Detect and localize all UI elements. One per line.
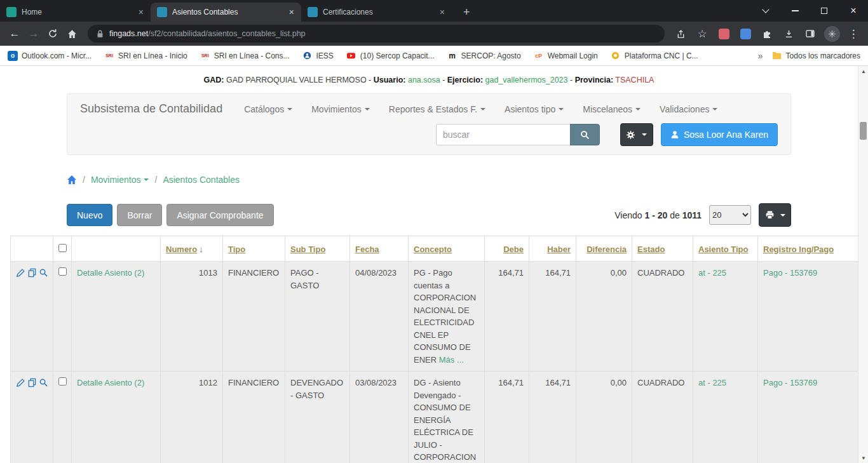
cell-diferencia: 0,00 [576, 372, 632, 463]
menu-catalogos[interactable]: Catálogos [244, 104, 292, 114]
home-icon[interactable] [67, 175, 77, 185]
minimize-button[interactable] [780, 0, 810, 22]
search-button[interactable] [570, 124, 600, 145]
share-icon[interactable] [671, 24, 690, 43]
new-tab-button[interactable]: + [458, 6, 475, 19]
header-numero[interactable]: Numero↓ [161, 236, 223, 262]
home-icon[interactable] [62, 24, 81, 43]
detalle-asiento-link[interactable]: Detalle Asiento (2) [77, 378, 144, 387]
tab-close-icon[interactable]: × [137, 7, 146, 17]
reload-icon[interactable] [43, 24, 62, 43]
lock-icon [97, 29, 104, 38]
chevron-down-icon [635, 108, 641, 111]
downloads-icon[interactable] [779, 24, 798, 43]
tab-search-chevron-icon[interactable] [751, 0, 780, 22]
extension-icon[interactable] [736, 24, 755, 43]
app-title: Subsistema de Contabilidad [80, 102, 222, 116]
tab-title: Home [22, 8, 133, 17]
registro-link[interactable]: Pago - 153769 [763, 378, 817, 387]
menu-movimientos[interactable]: Movimientos [311, 104, 370, 114]
maximize-button[interactable] [810, 0, 839, 22]
back-icon[interactable]: ← [5, 24, 24, 43]
sercop-favicon-icon: m [447, 51, 458, 61]
row-checkbox[interactable] [58, 267, 67, 276]
header-concepto[interactable]: Concepto [409, 236, 485, 262]
scroll-up-icon[interactable]: ▲ [858, 66, 868, 76]
copy-icon[interactable] [27, 268, 37, 278]
select-all-checkbox[interactable] [58, 244, 67, 252]
view-magnifier-icon[interactable] [39, 378, 48, 387]
menu-asientos-tipo[interactable]: Asientos tipo [505, 104, 564, 114]
header-registro[interactable]: Registro Ing/Pago [758, 236, 858, 262]
header-tipo[interactable]: Tipo [223, 236, 285, 262]
tab-home[interactable]: Home × [0, 3, 151, 22]
header-fecha[interactable]: Fecha [350, 236, 409, 262]
nuevo-button[interactable]: Nuevo [67, 204, 112, 226]
all-bookmarks-folder[interactable]: Todos los marcadores [772, 51, 860, 61]
menu-validaciones[interactable]: Validaciones [660, 104, 717, 114]
header-estado[interactable]: Estado [632, 236, 693, 262]
bookmark-sercop-youtube[interactable]: (10) Sercop Capacit... [346, 51, 435, 61]
close-window-button[interactable]: × [839, 0, 868, 22]
viewing-total: 1011 [682, 210, 702, 220]
table-row: Detalle Asiento (2) 1013 FINANCIERO PAGO… [11, 262, 858, 372]
header-debe[interactable]: Debe [485, 236, 529, 262]
extensions-puzzle-icon[interactable] [757, 24, 776, 43]
header-diferencia[interactable]: Diferencia [576, 236, 632, 262]
bookmark-outlook[interactable]: o Outlook.com - Micr... [8, 51, 92, 61]
menu-miscelaneos[interactable]: Miscelaneos [583, 104, 641, 114]
tab-close-icon[interactable]: × [438, 7, 447, 17]
asignar-comprobante-button[interactable]: Asignar Comprobante [166, 204, 273, 226]
tab-close-icon[interactable]: × [287, 7, 296, 17]
header-asiento-tipo[interactable]: Asiento Tipo [693, 236, 758, 262]
search-input[interactable] [436, 124, 570, 145]
user-menu-button[interactable]: Sosa Loor Ana Karen [661, 123, 778, 146]
bookmark-cnc[interactable]: Plataforma CNC | C... [611, 51, 698, 61]
search-icon [580, 130, 590, 140]
copy-icon[interactable] [27, 378, 37, 387]
bookmarks-overflow-icon[interactable]: » [758, 51, 763, 61]
bookmark-sri-inicio[interactable]: SRI SRI en Línea - Inicio [104, 51, 187, 61]
toolbar-right-icons: ☆ ⋮ [671, 24, 863, 43]
scroll-down-icon[interactable]: ▼ [858, 453, 868, 463]
bookmark-iess[interactable]: IESS [302, 51, 334, 61]
view-magnifier-icon[interactable] [39, 268, 48, 278]
ejercicio-label: Ejercicio: [447, 76, 483, 84]
browser-menu-icon[interactable]: ⋮ [844, 24, 863, 43]
page-scrollbar[interactable]: ▲ ▼ [858, 66, 868, 463]
detalle-asiento-link[interactable]: Detalle Asiento (2) [77, 268, 144, 278]
bookmark-label: (10) Sercop Capacit... [360, 51, 435, 60]
edit-pencil-icon[interactable] [16, 378, 25, 387]
settings-dropdown-button[interactable] [620, 123, 653, 146]
side-panel-icon[interactable] [801, 24, 820, 43]
asiento-tipo-link[interactable]: at - 225 [698, 378, 726, 387]
asiento-tipo-link[interactable]: at - 225 [698, 268, 726, 278]
forward-icon[interactable]: → [24, 24, 43, 43]
tab-asientos-contables[interactable]: Asientos Contables × [151, 3, 301, 22]
address-bar[interactable]: fingads.net/sf2/contabilidad/asientos_co… [88, 25, 665, 43]
extension-icon[interactable] [714, 24, 733, 43]
tab-title: Certificaciones [323, 8, 434, 17]
profile-avatar[interactable] [822, 24, 841, 43]
print-dropdown-button[interactable] [759, 203, 791, 227]
scrollbar-thumb[interactable] [860, 122, 867, 140]
edit-pencil-icon[interactable] [16, 268, 25, 278]
bookmark-webmail[interactable]: cP Webmail Login [534, 51, 598, 61]
bookmark-sercop[interactable]: m SERCOP: Agosto [447, 51, 521, 61]
header-sub-tipo[interactable]: Sub Tipo [285, 236, 350, 262]
app-navbar: Subsistema de Contabilidad Catálogos Mov… [67, 93, 791, 155]
page-size-select[interactable]: 20 [709, 205, 751, 225]
bookmark-label: SRI en Línea - Cons... [214, 51, 290, 60]
bookmark-sri-consultas[interactable]: SRI SRI en Línea - Cons... [200, 51, 290, 61]
breadcrumb-asientos-contables[interactable]: Asientos Contables [163, 175, 240, 185]
mas-link[interactable]: Más ... [439, 355, 464, 365]
row-checkbox[interactable] [58, 377, 67, 386]
borrar-button[interactable]: Borrar [117, 204, 162, 226]
registro-link[interactable]: Pago - 153769 [763, 268, 817, 278]
breadcrumb-movimientos[interactable]: Movimientos [91, 175, 149, 185]
tab-certificaciones[interactable]: Certificaciones × [301, 3, 452, 22]
menu-reportes[interactable]: Reportes & Estados F. [389, 104, 485, 114]
tab-strip: Home × Asientos Contables × Certificacio… [0, 0, 868, 22]
header-haber[interactable]: Haber [529, 236, 576, 262]
bookmark-star-icon[interactable]: ☆ [693, 24, 712, 43]
